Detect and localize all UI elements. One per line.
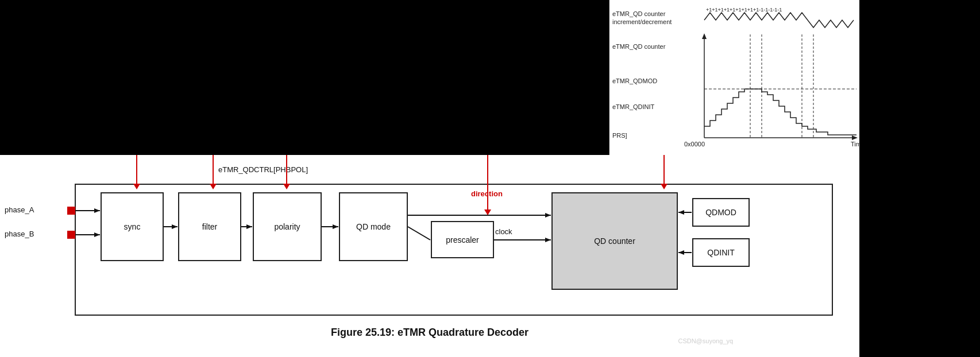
counter-waveform [704,89,856,135]
inc-dec-waveform [704,13,854,28]
counter-inc-label: eTMR_QD counter [612,10,666,17]
qd-counter-block: QD counter [551,192,678,290]
red-arrow-filter [210,155,217,189]
polarity-block: polarity [253,192,322,261]
filter-block: filter [178,192,241,261]
qdmod-block: QDMOD [692,198,750,227]
ctrl-label: eTMR_QDCTRL[PHBPOL] [218,165,308,174]
phase-a-label: phase_A [5,205,34,214]
qdmod-label: eTMR_QDMOD [612,77,657,84]
clock-label: clock [495,227,512,236]
qdinit-block: QDINIT [692,238,750,267]
diagram-area: phase_A phase_B eTMR_QDCTRL[PHBPOL] dire… [0,155,859,356]
timing-diagram-area: eTMR_QD counter increment/decrement +1+1… [609,0,859,161]
red-arrow-prescaler [484,155,491,215]
qd-counter-label: eTMR_QD counter [612,43,666,50]
phase-b-connector [67,231,75,239]
black-background-left [0,0,609,155]
zero-label: 0x0000 [684,141,705,148]
phase-b-label: phase_B [5,230,34,238]
prescaler-block: prescaler [431,221,494,258]
red-arrow-polarity [283,155,290,189]
black-background-right [859,0,980,357]
red-arrow-sync [133,155,140,189]
figure-caption: Figure 25.19: eTMR Quadrature Decoder [0,327,859,339]
qd-mode-block: QD mode [339,192,408,261]
direction-label: direction [471,189,503,198]
svg-text:+1+1+1+1+1+1+1+1+1-1-1-1-1-1: +1+1+1+1+1+1+1+1+1-1-1-1-1-1 [706,7,782,13]
svg-text:Time: Time [851,141,860,148]
svg-marker-2 [702,33,707,39]
inc-dec-label: increment/decrement [612,18,672,25]
phase-a-connector [67,207,75,215]
red-arrow-qd-counter [661,155,668,189]
sync-block: sync [101,192,164,261]
svg-marker-4 [852,135,858,140]
prs-label: PRS] [612,132,627,139]
timing-diagram-svg: eTMR_QD counter increment/decrement +1+1… [609,0,860,161]
watermark: CSDN@suyong_yq [678,337,733,344]
qdinit-label: eTMR_QDINIT [612,103,655,110]
